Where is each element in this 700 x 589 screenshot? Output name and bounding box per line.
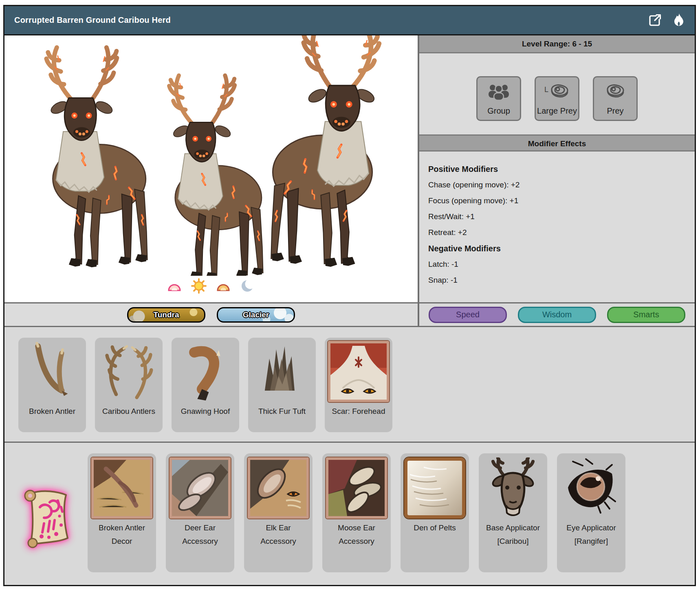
- thick-fur-tuft-image: [251, 341, 313, 402]
- deer-ear-accessory-image: [169, 457, 231, 519]
- titlebar: Corrupted Barren Ground Caribou Herd: [4, 6, 695, 35]
- caribou-herd-image: [4, 35, 418, 276]
- special-drop-label: Broken Antler Decor: [88, 519, 156, 548]
- drop-card-gnawing-hoof[interactable]: Gnawing Hoof: [172, 338, 239, 432]
- moon-icon: [240, 278, 255, 295]
- special-card-broken-antler-decor[interactable]: Broken Antler Decor: [88, 453, 156, 572]
- base-applicator-caribou-image: [482, 457, 544, 519]
- positive-modifiers-heading: Positive Modifiers: [428, 165, 686, 174]
- tag-prey-label: Prey: [607, 106, 623, 116]
- drop-label: Gnawing Hoof: [177, 402, 234, 418]
- biome-tundra-label: Tundra: [154, 310, 179, 319]
- drop-card-scar-forehead[interactable]: Scar: Forehead: [325, 338, 392, 432]
- tag-prey: Prey: [593, 76, 638, 121]
- den-of-pelts-image: [404, 457, 465, 519]
- recipe-scroll-wrap: [17, 486, 78, 551]
- stats-area: Speed Wisdom Smarts: [419, 303, 695, 326]
- encounter-window: Corrupted Barren Ground Caribou Herd: [3, 5, 696, 586]
- creature-image-panel: [4, 35, 419, 302]
- caribou-antlers-image: [98, 341, 159, 402]
- biome-area: Tundra Glacier: [4, 303, 419, 326]
- drop-label: Broken Antler: [25, 402, 79, 418]
- moose-ear-accessory-image: [326, 457, 387, 519]
- drop-label: Scar: Forehead: [328, 402, 390, 418]
- large-steak-letter: L: [544, 86, 548, 94]
- broken-antler-image: [22, 341, 83, 402]
- sun-icon: [191, 278, 207, 295]
- tag-group: Group: [476, 76, 521, 121]
- biome-button-glacier[interactable]: Glacier: [217, 307, 295, 323]
- active-times: [167, 278, 255, 295]
- stat-pill-speed[interactable]: Speed: [429, 307, 507, 323]
- info-panel: Level Range: 6 - 15 Group: [419, 35, 695, 302]
- special-drop-label: Den of Pelts: [409, 519, 460, 534]
- biome-glacier-label: Glacier: [243, 310, 269, 319]
- modifier-line: Rest/Wait: +1: [428, 212, 686, 221]
- drop-label: Caribou Antlers: [98, 402, 159, 418]
- large-steak-icon: L: [544, 77, 570, 106]
- tag-large-prey-label: Large Prey: [537, 106, 577, 116]
- special-drop-label: Eye Applicator [Rangifer]: [557, 519, 625, 548]
- special-card-moose-ear-accessory[interactable]: Moose Ear Accessory: [322, 453, 391, 572]
- sunrise-icon: [167, 280, 182, 294]
- stat-pill-smarts[interactable]: Smarts: [607, 307, 685, 323]
- modifier-effects-header: Modifier Effects: [419, 134, 695, 152]
- special-card-elk-ear-accessory[interactable]: Elk Ear Accessory: [244, 453, 313, 572]
- gnawing-hoof-image: [175, 341, 236, 402]
- tag-large-prey: L Large Prey: [535, 76, 579, 121]
- drops-section: Broken Antler Caribou Antlers Gnawing Ho…: [4, 327, 695, 443]
- modifier-line: Snap: -1: [428, 276, 686, 285]
- negative-modifiers-heading: Negative Modifiers: [428, 244, 686, 253]
- biome-button-tundra[interactable]: Tundra: [127, 307, 205, 323]
- special-card-den-of-pelts[interactable]: Den of Pelts: [401, 453, 469, 572]
- eye-applicator-rangifer-image: [561, 457, 622, 519]
- flame-icon[interactable]: [673, 13, 685, 28]
- special-drop-label: Base Applicator [Caribou]: [479, 519, 547, 548]
- modifier-line: Chase (opening move): +2: [428, 180, 686, 189]
- page: Corrupted Barren Ground Caribou Herd: [0, 0, 700, 589]
- group-icon: [487, 77, 510, 106]
- special-card-eye-applicator-rangifer[interactable]: Eye Applicator [Rangifer]: [557, 453, 625, 572]
- modifier-line: Retreat: +2: [428, 228, 686, 237]
- drop-card-caribou-antlers[interactable]: Caribou Antlers: [95, 338, 163, 432]
- special-drop-label: Elk Ear Accessory: [244, 519, 313, 548]
- level-range-header: Level Range: 6 - 15: [419, 35, 695, 53]
- broken-antler-decor-image: [91, 457, 152, 519]
- biome-stat-row: Tundra Glacier Speed Wisdom Smarts: [4, 303, 695, 327]
- sunset-icon: [216, 280, 231, 294]
- scar-forehead-image: [328, 341, 389, 402]
- recipe-scroll-icon[interactable]: [19, 486, 76, 551]
- drop-card-thick-fur-tuft[interactable]: Thick Fur Tuft: [248, 338, 316, 432]
- special-drop-label: Moose Ear Accessory: [322, 519, 391, 548]
- modifier-line: Focus (opening move): +1: [428, 196, 686, 205]
- special-drop-label: Deer Ear Accessory: [166, 519, 234, 548]
- prey-tags: Group L Larg: [419, 53, 695, 134]
- elk-ear-accessory-image: [248, 457, 309, 519]
- special-card-base-applicator-caribou[interactable]: Base Applicator [Caribou]: [479, 453, 547, 572]
- main-row: Level Range: 6 - 15 Group: [4, 35, 695, 303]
- tag-group-label: Group: [487, 106, 510, 116]
- stat-pill-wisdom[interactable]: Wisdom: [518, 307, 596, 323]
- page-title: Corrupted Barren Ground Caribou Herd: [14, 15, 171, 25]
- modifier-effects-body: Positive Modifiers Chase (opening move):…: [419, 152, 695, 302]
- drop-label: Thick Fur Tuft: [254, 402, 310, 418]
- drop-card-broken-antler[interactable]: Broken Antler: [18, 338, 86, 432]
- steak-icon: [605, 77, 625, 106]
- external-link-icon[interactable]: [647, 13, 662, 28]
- special-drops-section: Broken Antler Decor Deer Ear Accessory: [4, 443, 695, 585]
- modifier-line: Latch: -1: [428, 260, 686, 269]
- special-card-deer-ear-accessory[interactable]: Deer Ear Accessory: [166, 453, 234, 572]
